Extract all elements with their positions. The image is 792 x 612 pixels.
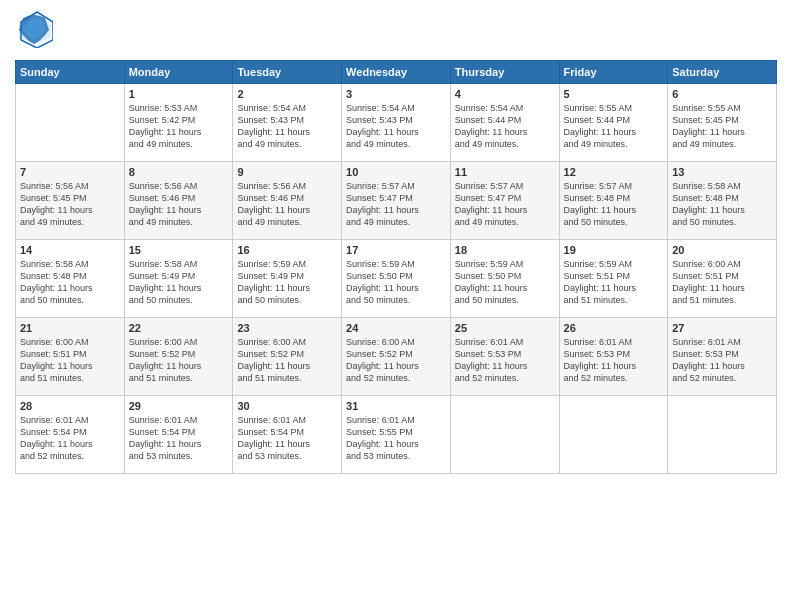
weekday-header-friday: Friday <box>559 61 668 84</box>
day-info: Sunrise: 5:57 AM Sunset: 5:48 PM Dayligh… <box>564 180 664 229</box>
day-info: Sunrise: 5:54 AM Sunset: 5:43 PM Dayligh… <box>237 102 337 151</box>
calendar-cell: 30Sunrise: 6:01 AM Sunset: 5:54 PM Dayli… <box>233 396 342 474</box>
day-number: 7 <box>20 166 120 178</box>
day-number: 13 <box>672 166 772 178</box>
calendar-cell: 25Sunrise: 6:01 AM Sunset: 5:53 PM Dayli… <box>450 318 559 396</box>
weekday-header-saturday: Saturday <box>668 61 777 84</box>
header <box>15 10 777 52</box>
calendar-cell: 20Sunrise: 6:00 AM Sunset: 5:51 PM Dayli… <box>668 240 777 318</box>
day-info: Sunrise: 6:00 AM Sunset: 5:51 PM Dayligh… <box>672 258 772 307</box>
day-info: Sunrise: 6:01 AM Sunset: 5:53 PM Dayligh… <box>564 336 664 385</box>
day-info: Sunrise: 6:00 AM Sunset: 5:52 PM Dayligh… <box>237 336 337 385</box>
calendar-cell: 27Sunrise: 6:01 AM Sunset: 5:53 PM Dayli… <box>668 318 777 396</box>
day-number: 14 <box>20 244 120 256</box>
calendar-cell: 26Sunrise: 6:01 AM Sunset: 5:53 PM Dayli… <box>559 318 668 396</box>
day-info: Sunrise: 6:00 AM Sunset: 5:52 PM Dayligh… <box>129 336 229 385</box>
calendar-body: 1Sunrise: 5:53 AM Sunset: 5:42 PM Daylig… <box>16 84 777 474</box>
calendar-week-row: 14Sunrise: 5:58 AM Sunset: 5:48 PM Dayli… <box>16 240 777 318</box>
day-info: Sunrise: 5:54 AM Sunset: 5:44 PM Dayligh… <box>455 102 555 151</box>
day-number: 6 <box>672 88 772 100</box>
calendar-cell: 1Sunrise: 5:53 AM Sunset: 5:42 PM Daylig… <box>124 84 233 162</box>
calendar-cell <box>559 396 668 474</box>
calendar-cell: 9Sunrise: 5:56 AM Sunset: 5:46 PM Daylig… <box>233 162 342 240</box>
day-number: 5 <box>564 88 664 100</box>
calendar-cell: 14Sunrise: 5:58 AM Sunset: 5:48 PM Dayli… <box>16 240 125 318</box>
day-number: 2 <box>237 88 337 100</box>
weekday-header-thursday: Thursday <box>450 61 559 84</box>
day-number: 12 <box>564 166 664 178</box>
calendar-cell: 23Sunrise: 6:00 AM Sunset: 5:52 PM Dayli… <box>233 318 342 396</box>
day-number: 11 <box>455 166 555 178</box>
day-number: 30 <box>237 400 337 412</box>
calendar-cell: 29Sunrise: 6:01 AM Sunset: 5:54 PM Dayli… <box>124 396 233 474</box>
calendar-cell: 15Sunrise: 5:58 AM Sunset: 5:49 PM Dayli… <box>124 240 233 318</box>
calendar-week-row: 7Sunrise: 5:56 AM Sunset: 5:45 PM Daylig… <box>16 162 777 240</box>
calendar-cell <box>16 84 125 162</box>
day-info: Sunrise: 6:00 AM Sunset: 5:51 PM Dayligh… <box>20 336 120 385</box>
calendar-cell: 19Sunrise: 5:59 AM Sunset: 5:51 PM Dayli… <box>559 240 668 318</box>
calendar-week-row: 28Sunrise: 6:01 AM Sunset: 5:54 PM Dayli… <box>16 396 777 474</box>
calendar-cell: 16Sunrise: 5:59 AM Sunset: 5:49 PM Dayli… <box>233 240 342 318</box>
day-number: 22 <box>129 322 229 334</box>
day-number: 15 <box>129 244 229 256</box>
day-number: 26 <box>564 322 664 334</box>
logo <box>15 10 57 52</box>
day-number: 29 <box>129 400 229 412</box>
day-info: Sunrise: 5:55 AM Sunset: 5:44 PM Dayligh… <box>564 102 664 151</box>
day-info: Sunrise: 5:58 AM Sunset: 5:48 PM Dayligh… <box>672 180 772 229</box>
day-number: 23 <box>237 322 337 334</box>
day-info: Sunrise: 5:59 AM Sunset: 5:49 PM Dayligh… <box>237 258 337 307</box>
calendar-week-row: 21Sunrise: 6:00 AM Sunset: 5:51 PM Dayli… <box>16 318 777 396</box>
day-info: Sunrise: 5:57 AM Sunset: 5:47 PM Dayligh… <box>346 180 446 229</box>
day-number: 24 <box>346 322 446 334</box>
day-number: 25 <box>455 322 555 334</box>
day-info: Sunrise: 5:56 AM Sunset: 5:46 PM Dayligh… <box>237 180 337 229</box>
calendar-cell: 7Sunrise: 5:56 AM Sunset: 5:45 PM Daylig… <box>16 162 125 240</box>
calendar-cell: 5Sunrise: 5:55 AM Sunset: 5:44 PM Daylig… <box>559 84 668 162</box>
day-number: 4 <box>455 88 555 100</box>
calendar-cell: 10Sunrise: 5:57 AM Sunset: 5:47 PM Dayli… <box>342 162 451 240</box>
calendar-week-row: 1Sunrise: 5:53 AM Sunset: 5:42 PM Daylig… <box>16 84 777 162</box>
calendar-cell: 3Sunrise: 5:54 AM Sunset: 5:43 PM Daylig… <box>342 84 451 162</box>
day-number: 18 <box>455 244 555 256</box>
day-info: Sunrise: 6:01 AM Sunset: 5:54 PM Dayligh… <box>20 414 120 463</box>
calendar-cell: 18Sunrise: 5:59 AM Sunset: 5:50 PM Dayli… <box>450 240 559 318</box>
day-info: Sunrise: 5:54 AM Sunset: 5:43 PM Dayligh… <box>346 102 446 151</box>
day-number: 3 <box>346 88 446 100</box>
day-info: Sunrise: 5:58 AM Sunset: 5:49 PM Dayligh… <box>129 258 229 307</box>
weekday-header-monday: Monday <box>124 61 233 84</box>
weekday-header-wednesday: Wednesday <box>342 61 451 84</box>
calendar-cell: 17Sunrise: 5:59 AM Sunset: 5:50 PM Dayli… <box>342 240 451 318</box>
weekday-header-sunday: Sunday <box>16 61 125 84</box>
calendar-cell: 31Sunrise: 6:01 AM Sunset: 5:55 PM Dayli… <box>342 396 451 474</box>
day-info: Sunrise: 6:01 AM Sunset: 5:54 PM Dayligh… <box>237 414 337 463</box>
calendar-table: SundayMondayTuesdayWednesdayThursdayFrid… <box>15 60 777 474</box>
day-info: Sunrise: 6:01 AM Sunset: 5:55 PM Dayligh… <box>346 414 446 463</box>
calendar-cell: 24Sunrise: 6:00 AM Sunset: 5:52 PM Dayli… <box>342 318 451 396</box>
day-number: 28 <box>20 400 120 412</box>
calendar-cell: 11Sunrise: 5:57 AM Sunset: 5:47 PM Dayli… <box>450 162 559 240</box>
calendar-cell: 13Sunrise: 5:58 AM Sunset: 5:48 PM Dayli… <box>668 162 777 240</box>
day-info: Sunrise: 5:53 AM Sunset: 5:42 PM Dayligh… <box>129 102 229 151</box>
day-number: 21 <box>20 322 120 334</box>
day-info: Sunrise: 6:01 AM Sunset: 5:54 PM Dayligh… <box>129 414 229 463</box>
calendar-cell: 12Sunrise: 5:57 AM Sunset: 5:48 PM Dayli… <box>559 162 668 240</box>
calendar-cell: 28Sunrise: 6:01 AM Sunset: 5:54 PM Dayli… <box>16 396 125 474</box>
calendar-cell: 2Sunrise: 5:54 AM Sunset: 5:43 PM Daylig… <box>233 84 342 162</box>
day-info: Sunrise: 6:00 AM Sunset: 5:52 PM Dayligh… <box>346 336 446 385</box>
day-info: Sunrise: 5:59 AM Sunset: 5:50 PM Dayligh… <box>346 258 446 307</box>
day-info: Sunrise: 6:01 AM Sunset: 5:53 PM Dayligh… <box>672 336 772 385</box>
calendar-cell: 6Sunrise: 5:55 AM Sunset: 5:45 PM Daylig… <box>668 84 777 162</box>
day-number: 8 <box>129 166 229 178</box>
calendar-cell: 21Sunrise: 6:00 AM Sunset: 5:51 PM Dayli… <box>16 318 125 396</box>
day-info: Sunrise: 5:59 AM Sunset: 5:51 PM Dayligh… <box>564 258 664 307</box>
day-number: 31 <box>346 400 446 412</box>
day-info: Sunrise: 5:55 AM Sunset: 5:45 PM Dayligh… <box>672 102 772 151</box>
day-info: Sunrise: 5:58 AM Sunset: 5:48 PM Dayligh… <box>20 258 120 307</box>
day-number: 27 <box>672 322 772 334</box>
day-info: Sunrise: 5:59 AM Sunset: 5:50 PM Dayligh… <box>455 258 555 307</box>
weekday-header-tuesday: Tuesday <box>233 61 342 84</box>
calendar-cell <box>450 396 559 474</box>
day-info: Sunrise: 5:56 AM Sunset: 5:46 PM Dayligh… <box>129 180 229 229</box>
day-number: 10 <box>346 166 446 178</box>
